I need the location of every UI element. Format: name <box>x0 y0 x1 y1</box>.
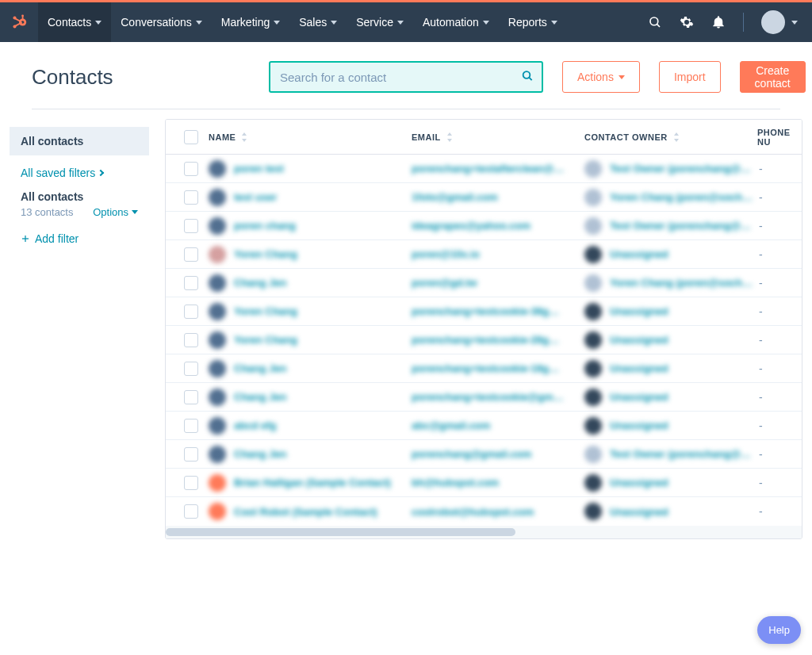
row-checkbox[interactable] <box>184 162 198 176</box>
table-row[interactable]: Chang Jenporen@gd.twYoren Chang (poren@s… <box>166 269 802 297</box>
horizontal-scrollbar[interactable] <box>166 526 802 538</box>
owner-avatar <box>584 217 602 235</box>
hubspot-logo[interactable] <box>0 2 38 42</box>
contact-name-link[interactable]: Yoren Chang <box>234 305 297 317</box>
owner-link[interactable]: Yoren Chang (poren@soch… <box>610 191 753 203</box>
col-owner[interactable]: CONTACT OWNER <box>584 132 757 142</box>
row-checkbox[interactable] <box>184 476 198 490</box>
gear-icon[interactable] <box>680 15 694 29</box>
contact-name-link[interactable]: Yoren Chang <box>234 248 297 260</box>
row-checkbox[interactable] <box>184 447 198 462</box>
phone-value: - <box>757 191 763 204</box>
add-filter-button[interactable]: Add filter <box>10 224 149 253</box>
nav-conversations[interactable]: Conversations <box>111 2 212 42</box>
contact-email-link[interactable]: porenchang+testafterclean@… <box>412 163 564 174</box>
table-row[interactable]: test user1foto@gmail.comYoren Chang (por… <box>166 183 802 212</box>
contact-name-link[interactable]: Chang Jen <box>234 391 286 403</box>
row-checkbox[interactable] <box>184 333 198 347</box>
nav-contacts[interactable]: Contacts <box>38 2 111 42</box>
contact-name-link[interactable]: test user <box>234 191 277 203</box>
contact-name-link[interactable]: Cool Robot (Sample Contact) <box>234 506 377 518</box>
nav-label: Marketing <box>221 16 270 29</box>
options-link[interactable]: Options <box>93 206 138 218</box>
contact-name-link[interactable]: Chang Jen <box>234 277 286 289</box>
owner-link[interactable]: Unassigned <box>610 248 668 260</box>
contact-email-link[interactable]: ideagrapes@yahoo.com <box>412 220 530 232</box>
bell-icon[interactable] <box>711 15 726 29</box>
col-email[interactable]: EMAIL <box>412 132 584 142</box>
cell-email: coolrobot@hubspot.com <box>412 506 584 518</box>
contact-name-link[interactable]: Chang Jen <box>234 362 286 374</box>
actions-button[interactable]: Actions <box>562 61 640 93</box>
contact-name-link[interactable]: abcd efg <box>234 419 276 431</box>
table-row[interactable]: Chang Jenporenchang@gmail.comTest Owner … <box>166 440 802 469</box>
contact-email-link[interactable]: coolrobot@hubspot.com <box>412 506 534 518</box>
table-row[interactable]: poren changideagrapes@yahoo.comTest Owne… <box>166 212 802 240</box>
contact-email-link[interactable]: porenchang+testcookie-28g… <box>412 334 559 346</box>
nav-service[interactable]: Service <box>347 2 413 42</box>
contact-name-link[interactable]: Brian Halligan (Sample Contact) <box>234 477 391 488</box>
search-input[interactable] <box>269 61 543 93</box>
contact-email-link[interactable]: 1foto@gmail.com <box>412 191 498 203</box>
select-all-checkbox[interactable] <box>184 130 198 144</box>
owner-link[interactable]: Test Owner (porenchang@… <box>610 448 751 460</box>
table-row[interactable]: Chang Jenporenchang+testcookie-18g…Unass… <box>166 354 802 383</box>
owner-link[interactable]: Unassigned <box>610 419 668 431</box>
col-name[interactable]: NAME <box>209 132 412 142</box>
contact-email-link[interactable]: bh@hubspot.com <box>412 477 499 488</box>
contact-email-link[interactable]: porenchang+testcookie-38g… <box>412 305 559 317</box>
row-checkbox[interactable] <box>184 419 198 433</box>
contact-email-link[interactable]: poren@gd.tw <box>412 277 477 289</box>
row-checkbox[interactable] <box>184 276 198 290</box>
scrollbar-thumb[interactable] <box>166 528 515 536</box>
row-checkbox[interactable] <box>184 390 198 404</box>
table-row[interactable]: Brian Halligan (Sample Contact)bh@hubspo… <box>166 469 802 497</box>
user-menu[interactable] <box>761 10 798 34</box>
nav-marketing[interactable]: Marketing <box>212 2 289 42</box>
contact-name-link[interactable]: poren test <box>234 163 284 174</box>
table-row[interactable]: poren testporenchang+testafterclean@…Tes… <box>166 155 802 183</box>
phone-value: - <box>757 505 763 518</box>
owner-link[interactable]: Unassigned <box>610 305 668 317</box>
owner-link[interactable]: Unassigned <box>610 362 668 374</box>
table-row[interactable]: Yoren Changporenchang+testcookie-28g…Una… <box>166 326 802 354</box>
owner-link[interactable]: Unassigned <box>610 477 668 488</box>
row-checkbox[interactable] <box>184 362 198 376</box>
search-icon[interactable] <box>648 15 662 29</box>
import-button[interactable]: Import <box>659 61 721 93</box>
contact-name-link[interactable]: Yoren Chang <box>234 334 297 346</box>
row-checkbox[interactable] <box>184 247 198 262</box>
sidebar-saved-filters[interactable]: All saved filters <box>10 160 149 186</box>
plus-icon <box>21 234 30 243</box>
table-row[interactable]: abcd efgabc@gmail.comUnassigned- <box>166 412 802 440</box>
table-row[interactable]: Cool Robot (Sample Contact)coolrobot@hub… <box>166 497 802 526</box>
import-label: Import <box>674 71 706 83</box>
table-row[interactable]: Yoren Changporen@10x.ioUnassigned- <box>166 240 802 269</box>
owner-link[interactable]: Test Owner (porenchang@… <box>610 163 751 174</box>
table-row[interactable]: Chang Jenporenchang+testcookie@gm…Unassi… <box>166 383 802 412</box>
row-checkbox[interactable] <box>184 219 198 233</box>
owner-link[interactable]: Unassigned <box>610 506 668 518</box>
nav-reports[interactable]: Reports <box>499 2 567 42</box>
contact-email-link[interactable]: porenchang+testcookie@gm… <box>412 391 563 403</box>
nav-sales[interactable]: Sales <box>289 2 347 42</box>
table-row[interactable]: Yoren Changporenchang+testcookie-38g…Una… <box>166 297 802 326</box>
row-checkbox[interactable] <box>184 190 198 205</box>
create-contact-button[interactable]: Create contact <box>740 61 806 93</box>
owner-link[interactable]: Unassigned <box>610 391 668 403</box>
owner-link[interactable]: Yoren Chang (poren@soch… <box>610 277 753 289</box>
sidebar-all-contacts[interactable]: All contacts <box>10 127 149 155</box>
owner-link[interactable]: Test Owner (porenchang@… <box>610 220 751 232</box>
row-checkbox[interactable] <box>184 504 198 519</box>
row-checkbox[interactable] <box>184 305 198 319</box>
contact-email-link[interactable]: poren@10x.io <box>412 248 480 260</box>
contact-name-link[interactable]: Chang Jen <box>234 448 286 460</box>
contact-email-link[interactable]: porenchang+testcookie-18g… <box>412 362 559 374</box>
nav-automation[interactable]: Automation <box>413 2 499 42</box>
contact-name-link[interactable]: poren chang <box>234 220 296 232</box>
col-phone[interactable]: PHONE NU <box>757 128 794 147</box>
contact-email-link[interactable]: abc@gmail.com <box>412 419 490 431</box>
owner-link[interactable]: Unassigned <box>610 334 668 346</box>
search-icon[interactable] <box>521 70 534 85</box>
contact-email-link[interactable]: porenchang@gmail.com <box>412 448 531 460</box>
